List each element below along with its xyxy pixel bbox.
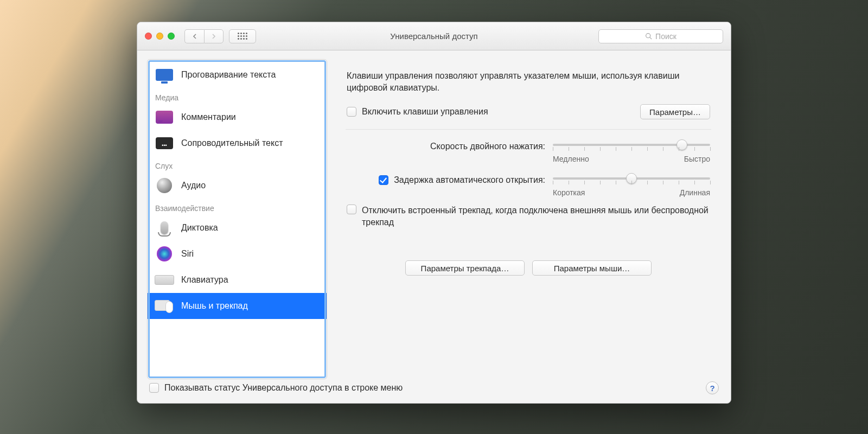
slider-min-label: Короткая (553, 188, 585, 197)
show-all-button[interactable] (229, 29, 256, 43)
sidebar-item-captions[interactable]: ••• Сопроводительный текст (148, 130, 327, 156)
microphone-icon (153, 219, 176, 237)
enable-mouse-keys-label: Включить клавиши управления (362, 107, 488, 117)
sidebar-section-media: Медиа (148, 88, 327, 104)
double-click-speed-label: Скорость двойного нажатия: (430, 142, 545, 151)
sidebar-item-label: Комментарии (181, 112, 236, 122)
svg-point-0 (646, 34, 650, 38)
mouse-options-button[interactable]: Параметры мыши… (532, 260, 652, 276)
sidebar-item-audio[interactable]: Аудио (148, 173, 327, 199)
ignore-trackpad-label: Отключить встроенный трекпад, когда подк… (362, 205, 710, 228)
window-controls (145, 33, 175, 40)
spring-load-checkbox[interactable] (379, 175, 388, 185)
comment-icon (153, 108, 176, 126)
sidebar-item-descriptions[interactable]: Комментарии (148, 104, 327, 130)
search-placeholder: Поиск (655, 32, 676, 41)
sidebar-item-label: Клавиатура (181, 275, 228, 285)
sidebar-item-label: Проговаривание текста (181, 70, 276, 80)
grid-icon (238, 33, 247, 40)
divider (346, 129, 711, 130)
forward-button[interactable] (204, 29, 224, 43)
spring-load-label: Задержка автоматического открытия: (394, 175, 545, 185)
slider-ticks (553, 147, 710, 152)
show-status-menubar-checkbox[interactable] (149, 383, 159, 393)
intro-text: Клавиши управления позволяют управлять у… (336, 59, 721, 101)
footer: Показывать статус Универсального доступа… (147, 379, 721, 395)
content-pane: Клавиши управления позволяют управлять у… (336, 59, 721, 379)
speaker-icon (153, 176, 176, 195)
sidebar-item-mouse-trackpad[interactable]: Мышь и трекпад (148, 293, 327, 319)
close-window-button[interactable] (145, 33, 152, 40)
svg-line-1 (650, 37, 652, 39)
chevron-left-icon (192, 34, 197, 39)
sidebar-item-siri[interactable]: Siri (148, 241, 327, 267)
mouse-trackpad-icon (153, 297, 176, 315)
window-body: Проговаривание текста Медиа Комментарии … (137, 50, 731, 403)
nav-segmented (184, 29, 224, 43)
chevron-right-icon (211, 34, 216, 39)
search-input[interactable]: Поиск (598, 29, 723, 43)
trackpad-options-button[interactable]: Параметры трекпада… (405, 260, 525, 276)
help-button[interactable]: ? (706, 381, 719, 394)
slider-ticks (553, 181, 710, 186)
sidebar-item-keyboard[interactable]: Клавиатура (148, 267, 327, 293)
sidebar-item-dictation[interactable]: Диктовка (148, 215, 327, 241)
preferences-window: Универсальный доступ Поиск Проговаривани… (137, 22, 731, 404)
search-icon (645, 33, 652, 40)
minimize-window-button[interactable] (156, 33, 163, 40)
ignore-trackpad-checkbox[interactable] (347, 205, 356, 214)
slider-max-label: Длинная (680, 188, 710, 197)
back-button[interactable] (184, 29, 204, 43)
sidebar-item-label: Сопроводительный текст (181, 138, 283, 148)
keyboard-icon (153, 271, 176, 289)
sidebar-item-label: Siri (181, 249, 194, 259)
sidebar-section-interact: Взаимодействие (148, 199, 327, 215)
sidebar-item-label: Диктовка (181, 223, 218, 233)
titlebar: Универсальный доступ Поиск (137, 22, 731, 50)
siri-icon (153, 245, 176, 263)
double-click-speed-slider[interactable] (553, 144, 710, 146)
sidebar-section-hearing: Слух (148, 156, 327, 173)
slider-min-label: Медленно (553, 155, 589, 163)
sidebar[interactable]: Проговаривание текста Медиа Комментарии … (147, 59, 327, 379)
slider-max-label: Быстро (684, 155, 710, 163)
display-icon (153, 66, 176, 84)
captions-icon: ••• (153, 134, 176, 152)
sidebar-item-speak-text[interactable]: Проговаривание текста (148, 62, 327, 88)
sidebar-item-label: Аудио (181, 181, 206, 190)
spring-load-delay-slider[interactable] (553, 177, 710, 180)
mouse-keys-options-button[interactable]: Параметры… (640, 104, 710, 119)
show-status-menubar-label: Показывать статус Универсального доступа… (164, 383, 403, 393)
sidebar-item-label: Мышь и трекпад (181, 301, 248, 311)
enable-mouse-keys-checkbox[interactable] (347, 107, 356, 117)
zoom-window-button[interactable] (168, 33, 175, 40)
